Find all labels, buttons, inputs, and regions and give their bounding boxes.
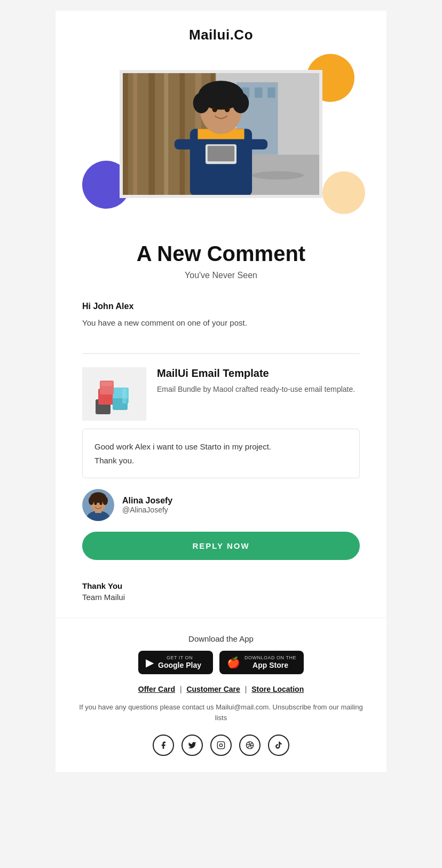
- app-store-text: Download on the App Store: [244, 655, 296, 670]
- title-section: A New Comment You've Never Seen: [56, 219, 386, 291]
- footer: Download the App ▶ GET IT ON Google Play…: [56, 618, 386, 772]
- svg-point-14: [252, 171, 304, 179]
- svg-rect-30: [175, 139, 200, 149]
- app-store-button[interactable]: 🍎 Download on the App Store: [219, 651, 304, 674]
- svg-rect-11: [255, 88, 263, 98]
- svg-rect-2: [133, 72, 137, 196]
- sub-title: You've Never Seen: [77, 271, 365, 280]
- hero-area: [56, 49, 386, 219]
- comment-box: Good work Alex i want to use Starto in m…: [82, 429, 360, 478]
- thankyou-label: Thank You: [82, 581, 360, 590]
- instagram-svg: [217, 741, 225, 749]
- post-card-image: [82, 367, 146, 421]
- logo: Mailui.Co: [66, 27, 376, 43]
- divider-1: [82, 353, 360, 354]
- twitter-svg: [188, 741, 196, 749]
- main-title: A New Comment: [77, 241, 365, 266]
- post-title: MailUi Email Template: [157, 367, 360, 380]
- svg-point-44: [89, 496, 94, 505]
- facebook-icon[interactable]: [153, 735, 174, 756]
- post-card-info: MailUi Email Template Email Bundle by Ma…: [157, 367, 360, 395]
- customer-care-link[interactable]: Customer Care: [186, 685, 240, 693]
- svg-point-46: [94, 502, 97, 505]
- svg-point-25: [222, 83, 236, 95]
- commenter-details: Alina Josefy @AlinaJosefy: [122, 496, 172, 514]
- svg-point-27: [225, 106, 230, 113]
- instagram-icon[interactable]: [210, 735, 232, 756]
- google-play-text: GET IT ON Google Play: [158, 655, 201, 670]
- store-location-link[interactable]: Store Location: [251, 685, 304, 693]
- thankyou-team: Team Mailui: [82, 593, 360, 602]
- link-separator-2: |: [245, 685, 249, 693]
- google-play-button[interactable]: ▶ GET IT ON Google Play: [138, 651, 213, 674]
- avatar: [82, 489, 114, 521]
- google-play-icon: ▶: [146, 656, 154, 669]
- link-separator-1: |: [180, 685, 184, 693]
- svg-rect-31: [242, 139, 267, 149]
- dribbble-icon[interactable]: [239, 735, 261, 756]
- svg-point-49: [219, 744, 222, 747]
- svg-rect-3: [148, 72, 155, 196]
- svg-point-24: [206, 84, 220, 96]
- svg-point-26: [212, 106, 218, 113]
- hero-image-frame: [120, 70, 322, 198]
- cta-section: REPLY NOW: [82, 532, 360, 560]
- svg-point-47: [100, 502, 102, 505]
- svg-rect-4: [164, 72, 168, 196]
- comment-text: Good work Alex i want to use Starto in m…: [94, 440, 348, 467]
- orange-circle-bottom-icon: [322, 171, 365, 214]
- hero-image: [123, 73, 319, 195]
- commenter-name: Alina Josefy: [122, 496, 172, 506]
- greeting-text: Hi John Alex: [82, 302, 360, 311]
- social-icons-row: [77, 735, 365, 756]
- cube-graphic: [93, 373, 136, 415]
- twitter-icon[interactable]: [181, 735, 203, 756]
- svg-rect-29: [208, 146, 234, 161]
- hero-illustration: [123, 70, 319, 198]
- apple-icon: 🍎: [227, 656, 240, 669]
- facebook-svg: [159, 741, 168, 749]
- tiktok-icon[interactable]: [268, 735, 289, 756]
- footer-links: Offer Card | Customer Care | Store Locat…: [77, 685, 365, 693]
- dribbble-svg: [246, 741, 254, 749]
- email-container: Mailui.Co: [56, 11, 386, 772]
- svg-rect-38: [101, 382, 113, 386]
- svg-rect-5: [180, 72, 185, 196]
- svg-rect-48: [217, 742, 224, 749]
- offer-card-link[interactable]: Offer Card: [138, 685, 175, 693]
- footer-info-text: If you have any questions please contact…: [77, 702, 365, 724]
- svg-rect-37: [122, 389, 127, 404]
- commenter-handle: @AlinaJosefy: [122, 506, 172, 514]
- post-description: Email Bundle by Maool crafted ready-to-u…: [157, 384, 360, 395]
- svg-point-45: [102, 496, 108, 505]
- app-buttons-row: ▶ GET IT ON Google Play 🍎 Download on th…: [77, 651, 365, 674]
- tiktok-svg: [274, 741, 283, 749]
- body-content: Hi John Alex You have a new comment on o…: [56, 291, 386, 340]
- svg-rect-12: [267, 88, 275, 98]
- svg-rect-1: [123, 72, 128, 196]
- post-card: MailUi Email Template Email Bundle by Ma…: [82, 367, 360, 421]
- avatar-image: [82, 489, 114, 521]
- email-header: Mailui.Co: [56, 11, 386, 49]
- download-label: Download the App: [77, 634, 365, 643]
- intro-text: You have a new comment on one of your po…: [82, 317, 360, 329]
- reply-now-button[interactable]: REPLY NOW: [82, 532, 360, 560]
- commenter-row: Alina Josefy @AlinaJosefy: [82, 489, 360, 521]
- thankyou-section: Thank You Team Mailui: [56, 571, 386, 618]
